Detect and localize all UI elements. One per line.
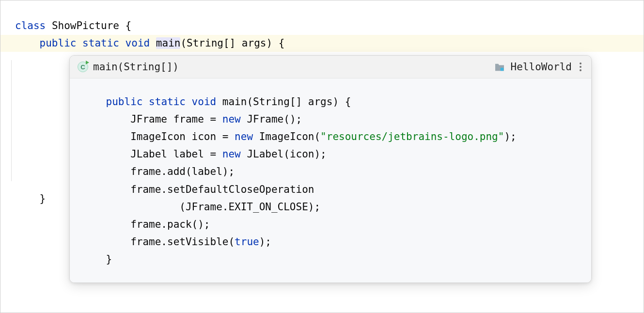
popup-code-line: frame.pack(); xyxy=(81,216,580,233)
method-name-highlighted: main xyxy=(156,37,181,49)
gutter-fold-line xyxy=(11,60,12,181)
popup-code-line: (JFrame.EXIT_ON_CLOSE); xyxy=(81,198,580,216)
keyword-static: static xyxy=(82,37,119,49)
module-folder-icon xyxy=(494,63,505,71)
popup-code-body: public static void main(String[] args) {… xyxy=(70,78,591,282)
documentation-popup: C main(String[]) HelloWorld public stati… xyxy=(69,55,592,283)
project-name: HelloWorld xyxy=(511,61,572,73)
popup-header: C main(String[]) HelloWorld xyxy=(70,56,591,78)
popup-code-line: frame.setDefaultCloseOperation xyxy=(81,181,580,198)
class-name: ShowPicture xyxy=(52,20,119,31)
popup-title: main(String[]) xyxy=(93,61,179,73)
popup-header-left: C main(String[]) xyxy=(78,61,179,73)
popup-code-line: frame.add(label); xyxy=(81,163,580,180)
keyword-public: public xyxy=(40,37,77,49)
popup-code-line: frame.setVisible(true); xyxy=(81,233,580,250)
editor-line-1[interactable]: class ShowPicture { xyxy=(0,17,644,35)
more-options-icon[interactable] xyxy=(578,61,583,73)
popup-code-line: JFrame frame = new JFrame(); xyxy=(81,110,580,128)
popup-code-line: JLabel label = new JLabel(icon); xyxy=(81,145,580,163)
keyword-class: class xyxy=(15,20,46,31)
string-literal: "resources/jetbrains-logo.png" xyxy=(320,131,504,142)
svg-rect-0 xyxy=(500,68,503,71)
popup-code-line: public static void main(String[] args) { xyxy=(81,93,580,110)
popup-code-line: } xyxy=(81,250,580,268)
editor-line-2-highlighted[interactable]: public static void main(String[] args) { xyxy=(0,35,644,52)
class-run-icon: C xyxy=(78,62,88,72)
popup-code-line: ImageIcon icon = new ImageIcon("resource… xyxy=(81,128,580,145)
keyword-void: void xyxy=(126,37,150,49)
popup-header-right: HelloWorld xyxy=(494,61,583,73)
